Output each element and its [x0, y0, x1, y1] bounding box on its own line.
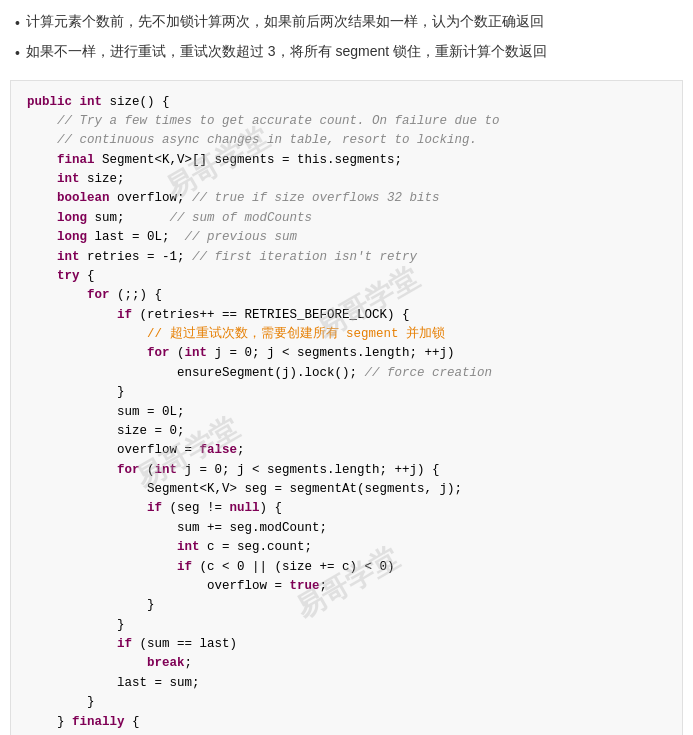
code-line: if (sum == last): [27, 635, 666, 654]
code-line: if (retries++ == RETRIES_BEFORE_LOCK) {: [27, 306, 666, 325]
code-line: if (seg != null) {: [27, 499, 666, 518]
code-content: public int size() { // Try a few times t…: [27, 93, 666, 735]
code-line: int c = seg.count;: [27, 538, 666, 557]
code-line: // 超过重试次数，需要创建所有 segment 并加锁: [27, 325, 666, 344]
code-line: long last = 0L; // previous sum: [27, 228, 666, 247]
code-line: }: [27, 596, 666, 615]
code-line: sum = 0L;: [27, 403, 666, 422]
page-container: • 计算元素个数前，先不加锁计算两次，如果前后两次结果如一样，认为个数正确返回 …: [0, 0, 693, 735]
code-block: 易哥学堂 易哥学堂 易哥学堂 易哥学堂 public int size() { …: [10, 80, 683, 735]
bullet-text-1: 计算元素个数前，先不加锁计算两次，如果前后两次结果如一样，认为个数正确返回: [26, 10, 544, 34]
code-line: break;: [27, 654, 666, 673]
bullet-dot-1: •: [15, 12, 20, 36]
bullet-section: • 计算元素个数前，先不加锁计算两次，如果前后两次结果如一样，认为个数正确返回 …: [0, 10, 693, 80]
code-line: ensureSegment(j).lock(); // force creati…: [27, 364, 666, 383]
code-line: }: [27, 616, 666, 635]
code-line: size = 0;: [27, 422, 666, 441]
code-line: overflow = false;: [27, 441, 666, 460]
code-line: public int size() {: [27, 93, 666, 112]
code-line: int retries = -1; // first iteration isn…: [27, 248, 666, 267]
code-line: for (;;) {: [27, 286, 666, 305]
code-line: try {: [27, 267, 666, 286]
code-line: sum += seg.modCount;: [27, 519, 666, 538]
bullet-item-1: • 计算元素个数前，先不加锁计算两次，如果前后两次结果如一样，认为个数正确返回: [15, 10, 678, 36]
code-line: overflow = true;: [27, 577, 666, 596]
code-line: } finally {: [27, 713, 666, 732]
code-line: // continuous async changes in table, re…: [27, 131, 666, 150]
code-line: Segment<K,V> seg = segmentAt(segments, j…: [27, 480, 666, 499]
code-line: for (int j = 0; j < segments.length; ++j…: [27, 461, 666, 480]
bullet-item-2: • 如果不一样，进行重试，重试次数超过 3，将所有 segment 锁住，重新计…: [15, 40, 678, 66]
code-line: }: [27, 693, 666, 712]
bullet-text-2: 如果不一样，进行重试，重试次数超过 3，将所有 segment 锁住，重新计算个…: [26, 40, 547, 64]
code-line: int size;: [27, 170, 666, 189]
code-line: if (c < 0 || (size += c) < 0): [27, 558, 666, 577]
code-line: last = sum;: [27, 674, 666, 693]
code-line: long sum; // sum of modCounts: [27, 209, 666, 228]
bullet-dot-2: •: [15, 42, 20, 66]
code-line: final Segment<K,V>[] segments = this.seg…: [27, 151, 666, 170]
code-line: boolean overflow; // true if size overfl…: [27, 189, 666, 208]
code-line: }: [27, 383, 666, 402]
code-line: // Try a few times to get accurate count…: [27, 112, 666, 131]
code-line: for (int j = 0; j < segments.length; ++j…: [27, 344, 666, 363]
